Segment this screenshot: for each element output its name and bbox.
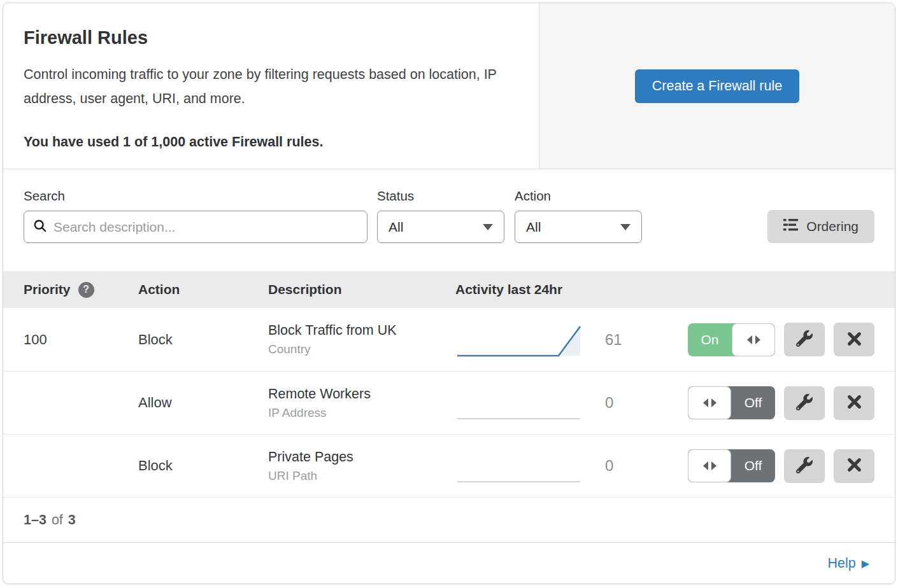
column-priority-label: Priority [24,282,71,297]
column-action: Action [138,282,268,297]
activity-count: 61 [605,331,641,349]
rule-description: Block Traffic from UK Country [268,323,455,356]
action-select[interactable]: All [515,211,642,243]
wrench-icon [796,394,813,412]
create-firewall-rule-button[interactable]: Create a Firewall rule [635,69,799,103]
rule-action: Allow [138,395,268,411]
rule-controls: On [688,323,874,356]
toggle-state-label: Off [731,449,775,482]
chevron-down-icon [483,224,493,230]
toggle-state-label: On [688,323,732,356]
status-filter-group: Status All [377,188,515,243]
search-label: Search [24,188,367,204]
table-row: Allow Remote Workers IP Address 0 [3,371,895,434]
table-row: Block Private Pages URI Path 0 [3,434,895,497]
rule-action: Block [138,458,268,474]
close-icon [846,394,862,412]
page-description: Control incoming traffic to your zone by… [24,62,517,111]
help-bar: Help ▶ [3,542,895,584]
pagination-total: 3 [68,512,76,528]
enable-toggle[interactable]: Off [688,386,775,419]
edit-rule-button[interactable] [784,323,825,356]
status-select-value: All [388,220,403,235]
header-text-block: Firewall Rules Control incoming traffic … [3,3,539,169]
delete-rule-button[interactable] [834,449,874,483]
rule-controls: Off [688,386,874,420]
close-icon [846,331,862,349]
rule-description: Remote Workers IP Address [268,386,455,420]
header-section: Firewall Rules Control incoming traffic … [3,3,895,169]
ordering-button-label: Ordering [806,219,859,234]
header-action-panel: Create a Firewall rule [539,3,895,169]
toggle-state-label: Off [731,386,775,419]
ordering-list-icon [783,218,798,235]
search-input[interactable] [53,220,358,235]
usage-note: You have used 1 of 1,000 active Firewall… [24,134,518,150]
ordering-button[interactable]: Ordering [767,210,874,243]
rules-table-body: 100 Block Block Traffic from UK Country … [3,308,895,497]
rule-title: Private Pages [268,449,455,465]
search-icon [33,219,47,235]
close-icon [846,457,862,475]
rule-match-type: IP Address [268,406,455,420]
delete-rule-button[interactable] [834,323,874,356]
rule-match-type: URI Path [268,469,455,483]
filter-bar: Search Status All Action All [3,169,895,271]
activity-sparkline [455,447,586,485]
activity-sparkline [455,384,586,422]
rule-title: Remote Workers [268,386,455,402]
rule-title: Block Traffic from UK [268,323,455,339]
rule-controls: Off [688,449,874,483]
pagination-range: 1–3 [24,512,46,528]
enable-toggle[interactable]: Off [688,449,775,482]
action-filter-group: Action All [515,188,652,243]
arrow-right-icon: ▶ [862,557,869,570]
rule-activity-cell: 0 Off [455,447,874,485]
edit-rule-button[interactable] [784,386,825,420]
toggle-handle-icon [688,449,731,482]
enable-toggle[interactable]: On [688,323,775,356]
status-label: Status [377,188,515,204]
pagination-bar: 1–3 of 3 [3,497,895,542]
activity-sparkline [455,321,586,359]
pagination-of: of [52,512,63,528]
rule-action: Block [138,332,268,348]
wrench-icon [796,330,813,349]
rule-activity-cell: 0 Off [455,384,874,422]
delete-rule-button[interactable] [834,386,874,420]
table-header: Priority ? Action Description Activity l… [3,271,895,308]
firewall-rules-panel: Firewall Rules Control incoming traffic … [3,3,895,584]
help-link[interactable]: Help ▶ [827,556,869,571]
edit-rule-button[interactable] [784,449,825,483]
activity-count: 0 [605,394,641,412]
status-select[interactable]: All [377,211,504,243]
toggle-handle-icon [732,323,775,356]
chevron-down-icon [620,224,631,230]
toggle-handle-icon [688,386,731,419]
page-title: Firewall Rules [24,27,518,48]
help-link-label: Help [827,556,855,571]
activity-count: 0 [605,457,641,475]
search-box [24,211,367,243]
wrench-icon [796,457,813,475]
rule-activity-cell: 61 On [455,321,874,359]
column-priority: Priority ? [24,282,138,298]
priority-help-icon[interactable]: ? [78,282,94,298]
search-group: Search [24,188,367,243]
table-row: 100 Block Block Traffic from UK Country … [3,308,895,371]
rule-match-type: Country [268,342,455,356]
column-activity: Activity last 24hr [455,282,874,297]
rule-priority: 100 [24,332,138,348]
action-label: Action [515,188,652,204]
rule-description: Private Pages URI Path [268,449,455,483]
column-description: Description [268,282,455,297]
action-select-value: All [526,220,541,235]
